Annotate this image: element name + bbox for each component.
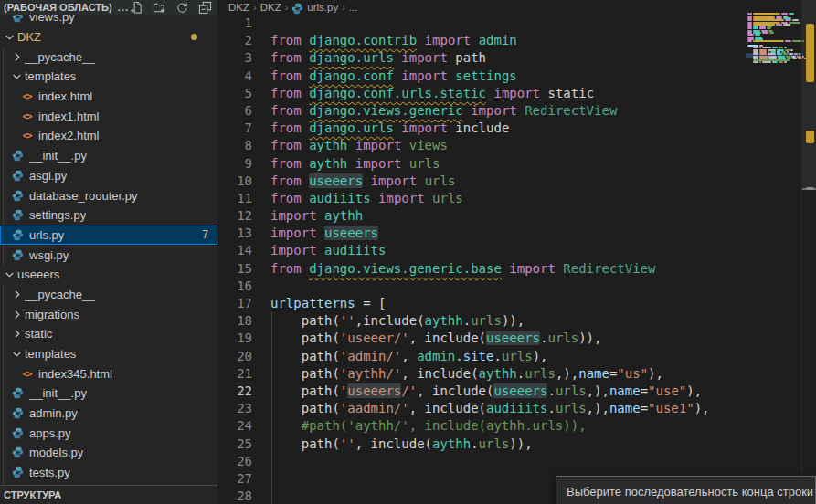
- tree-item-templates[interactable]: templates: [0, 67, 217, 87]
- code-area[interactable]: 12from django.contrib import admin3from …: [217, 15, 816, 504]
- tree-item-useeers[interactable]: useeers: [0, 265, 217, 285]
- code-line[interactable]: 12import aythh: [217, 207, 816, 225]
- code-line[interactable]: 22 path('useeers/', include(useeers.urls…: [217, 383, 816, 400]
- html-file-icon: <>: [20, 367, 34, 380]
- tree-item-models-py[interactable]: models.py: [0, 443, 217, 463]
- minimap-line: [747, 40, 804, 42]
- code-line[interactable]: 13import useeers: [217, 225, 816, 242]
- code-line[interactable]: 17urlpatterns = [: [217, 295, 816, 312]
- tree-item-index2-html[interactable]: <>index2.html: [0, 126, 217, 146]
- file-label: index1.html: [38, 110, 99, 123]
- code-line[interactable]: 4from django.conf import settings: [217, 68, 816, 85]
- line-number: 18: [217, 312, 252, 330]
- code-text: path('admin/', admin.site.urls),: [270, 349, 547, 363]
- tree-item-settings-py[interactable]: settings.py: [0, 205, 217, 226]
- file-label: index.html: [38, 89, 92, 103]
- refresh-icon[interactable]: [175, 0, 189, 15]
- scrollbar-overview-ruler[interactable]: [801, 0, 816, 504]
- tree-item-tests-py[interactable]: tests.py: [0, 463, 217, 483]
- code-text: urlpatterns = [: [270, 296, 386, 310]
- collapse-all-icon[interactable]: [197, 0, 212, 15]
- chevron-down-icon: [11, 71, 22, 82]
- html-file-icon: <>: [20, 130, 34, 142]
- file-label: settings.py: [29, 208, 86, 222]
- python-file-icon: [11, 248, 25, 261]
- tree-item--init-py[interactable]: __init__.py: [0, 146, 217, 166]
- python-file-icon: [11, 387, 25, 400]
- tree-item-index-html[interactable]: <>index.html: [0, 87, 217, 107]
- code-line[interactable]: 11from audiiits import urls: [217, 190, 816, 207]
- chevron-right-icon: [11, 329, 22, 340]
- code-line[interactable]: 16: [217, 278, 816, 295]
- line-number: 23: [217, 400, 252, 417]
- code-line[interactable]: 6from django.views.generic import Redire…: [217, 102, 816, 120]
- tree-item-dkz[interactable]: DKZ: [0, 27, 217, 47]
- html-file-icon: <>: [20, 90, 34, 103]
- explorer-section-header: (РАБОЧАЯ ОБЛАСТЬ) ... ...: [0, 0, 217, 15]
- tree-item-admin-py[interactable]: admin.py: [0, 404, 217, 424]
- line-number: 15: [217, 260, 252, 278]
- code-line[interactable]: 3from django.urls import path: [217, 49, 816, 67]
- tree-item-index345-html[interactable]: <>index345.html: [0, 363, 217, 383]
- line-number: 10: [217, 173, 252, 190]
- code-line[interactable]: 18 path('',include(aythh.urls)),: [217, 312, 816, 330]
- tree-item-static[interactable]: static: [0, 324, 217, 344]
- code-line[interactable]: 24 #path('aythh/', include(aythh.urls)),: [217, 417, 816, 435]
- python-file-icon: [11, 209, 25, 222]
- minimap-line: [747, 61, 787, 63]
- breadcrumb-item[interactable]: urls.py: [307, 2, 338, 13]
- tree-item-index1-html[interactable]: <>index1.html: [0, 106, 217, 126]
- code-text: import useeers: [270, 226, 378, 240]
- chevron-right-icon: [11, 289, 22, 299]
- tree-item--pycache-[interactable]: __pycache__: [0, 285, 217, 305]
- code-line[interactable]: 7from django.urls import include: [217, 120, 816, 137]
- tree-item--pycache-[interactable]: __pycache__: [0, 47, 217, 67]
- file-label: __init__.py: [29, 386, 87, 400]
- tree-item-asgi-py[interactable]: asgi.py: [0, 166, 217, 186]
- code-line[interactable]: 23 path('aadmin/', include(audiiits.urls…: [217, 400, 816, 417]
- tree-item--init-py[interactable]: __init__.py: [0, 383, 217, 404]
- line-number: 7: [217, 120, 252, 137]
- code-line[interactable]: 1: [217, 15, 816, 32]
- code-line[interactable]: 20 path('admin/', admin.site.urls),: [217, 348, 816, 365]
- code-line[interactable]: 2from django.contrib import admin: [217, 32, 816, 49]
- code-line[interactable]: 21 path('aythh/', include(aythh.urls,),n…: [217, 365, 816, 383]
- code-line[interactable]: 5from django.conf.urls.static import sta…: [217, 85, 816, 102]
- chevron-right-icon: [11, 309, 22, 320]
- line-number: 14: [217, 242, 252, 259]
- minimap[interactable]: [747, 11, 801, 84]
- file-tree: views.pyDKZ__pycache__templates<>index.h…: [0, 7, 217, 483]
- code-line[interactable]: 25 path('', include(aythh.urls)),: [217, 436, 816, 453]
- tree-item-templates[interactable]: templates: [0, 344, 217, 364]
- code-line[interactable]: 19 path('useeer/', include(useeers.urls)…: [217, 330, 816, 347]
- new-folder-icon[interactable]: [152, 0, 166, 15]
- code-line[interactable]: 15from django.views.generic.base import …: [217, 260, 816, 278]
- python-file-icon: [11, 189, 25, 202]
- python-file-icon: [11, 446, 25, 459]
- line-number: 24: [217, 417, 252, 435]
- breadcrumb-item[interactable]: DKZ: [260, 2, 281, 13]
- code-line[interactable]: 9from aythh import urls: [217, 155, 816, 173]
- line-number: 27: [217, 470, 252, 488]
- explorer-sidebar: views.pyDKZ__pycache__templates<>index.h…: [0, 0, 217, 504]
- breadcrumb-item[interactable]: ...: [349, 2, 358, 13]
- code-line[interactable]: 14import audiiits: [217, 242, 816, 259]
- tree-item-urls-py[interactable]: urls.py7: [0, 226, 217, 246]
- new-file-icon[interactable]: [129, 0, 143, 15]
- code-text: path('useeer/', include(useeers.urls)),: [270, 331, 601, 345]
- file-label: urls.py: [29, 228, 64, 242]
- python-file-icon: [11, 426, 25, 439]
- breadcrumb-item[interactable]: DKZ: [228, 2, 249, 13]
- code-line[interactable]: 10from useeers import urls: [217, 173, 816, 190]
- code-line[interactable]: 8from aythh import views: [217, 137, 816, 154]
- line-number: 2: [217, 32, 252, 49]
- tree-item-apps-py[interactable]: apps.py: [0, 423, 217, 443]
- tree-item-wsgi-py[interactable]: wsgi.py: [0, 245, 217, 265]
- line-number: 12: [217, 207, 252, 225]
- outline-section-header[interactable]: СТРУКТУРА: [0, 485, 217, 504]
- tree-item-migrations[interactable]: migrations: [0, 304, 217, 324]
- more-actions-button[interactable]: ...: [118, 2, 129, 13]
- chevron-right-icon: [11, 51, 22, 62]
- code-line[interactable]: 26: [217, 453, 816, 470]
- tree-item-database-roouter-py[interactable]: database_roouter.py: [0, 185, 217, 205]
